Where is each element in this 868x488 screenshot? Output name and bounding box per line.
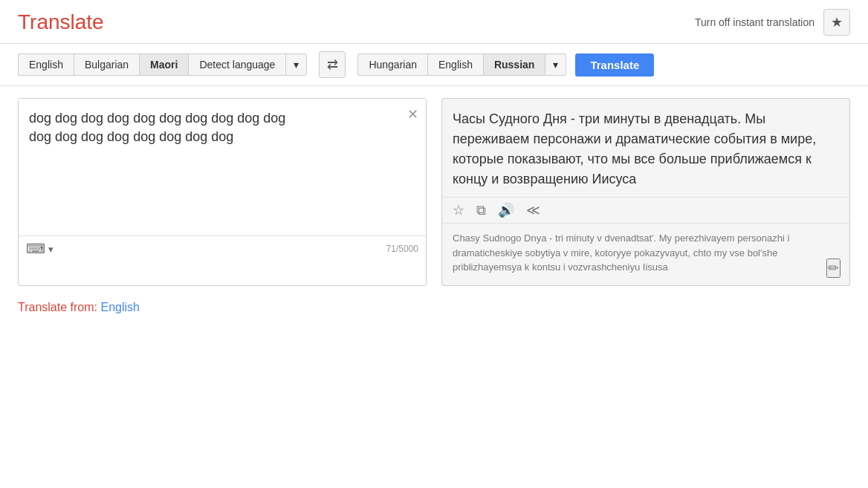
keyboard-dropdown-icon: ▾ xyxy=(48,244,54,255)
translate-button[interactable]: Translate xyxy=(575,53,654,77)
audio-icon: 🔊 xyxy=(498,203,514,218)
source-text-input[interactable]: dog dog dog dog dog dog dog dog dog dog … xyxy=(19,99,426,232)
main-content: dog dog dog dog dog dog dog dog dog dog … xyxy=(0,86,868,298)
source-lang-bulgarian[interactable]: Bulgarian xyxy=(74,53,139,76)
share-icon: ≪ xyxy=(526,203,540,218)
star-icon: ☆ xyxy=(453,203,464,218)
keyboard-icon: ⌨ xyxy=(26,241,45,257)
pencil-icon: ✏ xyxy=(828,261,839,276)
source-text-panel: dog dog dog dog dog dog dog dog dog dog … xyxy=(18,98,427,286)
header: Translate Turn off instant translation ★ xyxy=(0,0,868,44)
favorite-translation-button[interactable]: ☆ xyxy=(453,202,464,218)
copy-translation-button[interactable]: ⧉ xyxy=(476,203,486,218)
translate-from-label: Translate from: xyxy=(18,301,97,313)
keyboard-button[interactable]: ⌨ ▾ xyxy=(26,241,54,257)
close-icon: ✕ xyxy=(407,107,418,122)
star-icon: ★ xyxy=(831,14,843,30)
header-right: Turn off instant translation ★ xyxy=(695,9,850,36)
copy-icon: ⧉ xyxy=(476,203,486,218)
share-translation-button[interactable]: ≪ xyxy=(526,202,540,218)
edit-translation-button[interactable]: ✏ xyxy=(826,258,841,278)
language-bar: English Bulgarian Maori Detect language … xyxy=(0,44,868,86)
target-lang-hungarian[interactable]: Hungarian xyxy=(357,53,427,76)
translate-from-language: English xyxy=(100,301,139,313)
translation-actions: ☆ ⧉ 🔊 ≪ xyxy=(442,197,849,223)
clear-input-button[interactable]: ✕ xyxy=(407,106,418,123)
instant-translation-label: Turn off instant translation xyxy=(695,16,814,28)
favorites-button[interactable]: ★ xyxy=(823,9,850,36)
target-lang-dropdown[interactable]: ▾ xyxy=(545,53,566,76)
app-title: Translate xyxy=(18,10,104,34)
target-lang-english[interactable]: English xyxy=(427,53,483,76)
source-lang-group: English Bulgarian Maori Detect language … xyxy=(18,53,307,76)
source-lang-dropdown[interactable]: ▾ xyxy=(285,53,307,76)
source-lang-detect[interactable]: Detect language xyxy=(188,53,285,76)
translation-panel: Часы Судного Дня - три минуты в двенадца… xyxy=(441,98,850,286)
source-lang-maori[interactable]: Maori xyxy=(139,53,188,76)
translate-from-section: Translate from: English xyxy=(0,301,868,314)
transliteration-text: Chasy Sudnogo Dnya - tri minuty v dvenad… xyxy=(442,223,849,285)
swap-icon: ⇄ xyxy=(327,56,338,73)
input-footer: ⌨ ▾ 71/5000 xyxy=(19,235,426,261)
chevron-down-icon: ▾ xyxy=(553,59,558,71)
translated-text: Часы Судного Дня - три минуты в двенадца… xyxy=(442,99,849,197)
target-lang-russian[interactable]: Russian xyxy=(483,53,545,76)
source-lang-english[interactable]: English xyxy=(18,53,74,76)
char-count: 71/5000 xyxy=(386,244,418,254)
target-lang-group: Hungarian English Russian ▾ xyxy=(357,53,575,76)
swap-languages-button[interactable]: ⇄ xyxy=(319,51,346,78)
chevron-down-icon: ▾ xyxy=(294,59,299,71)
listen-translation-button[interactable]: 🔊 xyxy=(498,202,514,218)
